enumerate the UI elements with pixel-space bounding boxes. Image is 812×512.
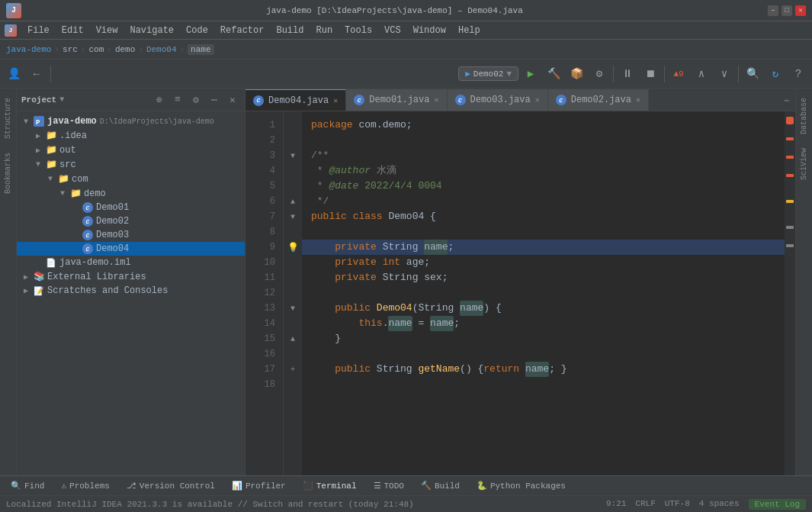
code-line-12[interactable] [302, 285, 785, 301]
code-line-7[interactable]: public class Demo04 { [302, 209, 785, 224]
tab-close-demo04[interactable]: ✕ [333, 96, 338, 105]
tree-item-idea[interactable]: ▶ 📁 .idea [17, 128, 245, 143]
tab-close-demo03[interactable]: ✕ [535, 95, 540, 105]
toolbar-up[interactable]: ∧ [691, 63, 712, 85]
gutter-bulb-9[interactable]: 💡 [285, 240, 300, 255]
todo-btn[interactable]: ☰ TODO [366, 479, 412, 492]
toolbar-down[interactable]: ∨ [714, 63, 735, 85]
error-stripe-top[interactable] [786, 113, 794, 128]
help-button[interactable]: ? [788, 63, 809, 85]
gutter-fold-13[interactable]: ▼ [285, 301, 300, 316]
sidebar-gear-btn[interactable]: ⚙ [188, 92, 204, 108]
tree-item-demo01[interactable]: ▶ C Demo01 [17, 201, 245, 214]
tree-item-src[interactable]: ▼ 📁 src [17, 157, 245, 172]
tab-close-demo01[interactable]: ✕ [434, 95, 438, 105]
menu-code[interactable]: Code [180, 24, 214, 37]
close-button[interactable]: ✕ [795, 5, 806, 16]
build-btn[interactable]: 🔨 Build [413, 479, 467, 492]
sidebar-more-btn[interactable]: ⋯ [207, 92, 222, 108]
update-button[interactable]: ↻ [765, 63, 786, 85]
build-button[interactable]: 🔨 [543, 63, 564, 85]
menu-tools[interactable]: Tools [339, 24, 378, 37]
code-line-6[interactable]: */ [302, 194, 785, 209]
menu-vcs[interactable]: VCS [378, 24, 407, 37]
code-line-9[interactable]: private String name; [302, 240, 785, 255]
tree-arrow-out[interactable]: ▶ [32, 146, 44, 155]
tree-arrow-com[interactable]: ▼ [44, 175, 56, 183]
tree-item-extlib[interactable]: ▶ 📚 External Libraries [17, 269, 245, 284]
code-line-4[interactable]: * @author 水滴 [302, 163, 785, 179]
statusbar-crlf[interactable]: CRLF [635, 499, 655, 510]
event-log-btn[interactable]: Event Log [749, 499, 806, 510]
menu-build[interactable]: Build [270, 24, 310, 37]
python-packages-btn[interactable]: 🐍 Python Packages [469, 479, 573, 492]
code-line-1[interactable]: package com.demo; [302, 118, 785, 133]
tab-demo03[interactable]: C Demo03.java ✕ [448, 89, 548, 111]
sidebar-hide-btn[interactable]: ✕ [225, 92, 240, 108]
code-line-2[interactable] [302, 133, 785, 148]
sidebar-locate-btn[interactable]: ⊕ [152, 92, 167, 108]
tree-arrow-scratches[interactable]: ▶ [20, 286, 32, 295]
menu-file[interactable]: File [21, 24, 56, 37]
tree-item-demo02[interactable]: ▶ C Demo02 [17, 214, 245, 228]
tab-demo04[interactable]: C Demo04.java ✕ [246, 89, 346, 111]
tree-arrow-demo[interactable]: ▼ [56, 189, 69, 198]
tree-item-demo04[interactable]: ▶ C Demo04 [17, 242, 245, 256]
terminal-btn[interactable]: ⬛ Terminal [295, 479, 364, 492]
structure-tab[interactable]: Structure [2, 92, 14, 145]
code-line-14[interactable]: this.name = name; [302, 316, 785, 331]
tree-arrow-root[interactable]: ▼ [20, 118, 32, 126]
maximize-button[interactable]: □ [782, 5, 792, 16]
code-line-3[interactable]: /** [302, 148, 785, 163]
minimize-button[interactable]: – [768, 5, 778, 16]
run-button[interactable]: ▶ [520, 63, 541, 85]
statusbar-indent[interactable]: 4 spaces [699, 499, 740, 510]
profiler-btn[interactable]: 📊 Profiler [224, 479, 294, 492]
tree-item-iml[interactable]: ▶ 📄 java-demo.iml [17, 256, 245, 269]
problems-btn[interactable]: ⚠ Problems [53, 479, 117, 492]
find-btn[interactable]: 🔍 Find [3, 479, 52, 492]
code-line-5[interactable]: * @date 2022/4/4 0004 [302, 179, 785, 194]
error-indicator[interactable]: ▲ 9 [668, 63, 689, 85]
database-tab[interactable]: Database [798, 92, 810, 140]
menu-run[interactable]: Run [310, 24, 339, 37]
menu-navigate[interactable]: Navigate [124, 24, 180, 37]
tabs-more-button[interactable]: ⋯ [778, 89, 795, 111]
tree-item-out[interactable]: ▶ 📁 out [17, 143, 245, 157]
bookmarks-tab[interactable]: Bookmarks [2, 147, 14, 200]
tab-demo01[interactable]: C Demo01.java ✕ [346, 89, 447, 111]
bc-class[interactable]: Demo04 [146, 45, 177, 54]
run-configuration-selector[interactable]: ▶ Demo02 ▼ [458, 66, 518, 81]
search-button[interactable]: 🔍 [742, 63, 763, 85]
bc-project[interactable]: java-demo [6, 45, 51, 54]
code-line-8[interactable] [302, 224, 785, 240]
code-line-10[interactable]: private int age; [302, 255, 785, 270]
code-line-11[interactable]: private String sex; [302, 270, 785, 285]
tree-arrow-idea[interactable]: ▶ [32, 131, 44, 140]
statusbar-charset[interactable]: UTF-8 [665, 499, 690, 510]
tree-item-scratches[interactable]: ▶ 📝 Scratches and Consoles [17, 284, 245, 298]
statusbar-line-col[interactable]: 9:21 [606, 499, 626, 510]
tab-demo02[interactable]: C Demo02.java ✕ [548, 89, 649, 111]
toolbar-back[interactable]: ← [26, 63, 47, 85]
code-editor[interactable]: 1 2 3 4 5 6 7 8 9 10 11 12 13 14 15 16 1… [246, 111, 795, 475]
code-line-17[interactable]: public String getName() { return name; } [302, 362, 785, 377]
menu-window[interactable]: Window [407, 24, 452, 37]
menu-edit[interactable]: Edit [56, 24, 90, 37]
tree-item-demo[interactable]: ▼ 📁 demo [17, 186, 245, 201]
tree-arrow-extlib[interactable]: ▶ [20, 272, 32, 282]
toolbar-btn5[interactable]: ⏸ [617, 63, 638, 85]
code-line-18[interactable] [302, 377, 785, 392]
tree-arrow-src[interactable]: ▼ [32, 160, 44, 169]
bc-field[interactable]: name [188, 44, 213, 55]
toolbar-search-everywhere[interactable]: 👤 [3, 63, 24, 85]
toolbar-btn6[interactable]: ⏹ [640, 63, 661, 85]
code-line-15[interactable]: } [302, 331, 785, 346]
code-content[interactable]: package com.demo; /** * @author 水滴 * @da… [302, 111, 785, 475]
menu-help[interactable]: Help [452, 24, 486, 37]
tree-item-demo03[interactable]: ▶ C Demo03 [17, 228, 245, 242]
sciview-tab[interactable]: SciView [798, 142, 810, 186]
toolbar-btn3[interactable]: 📦 [566, 63, 587, 85]
tab-close-demo02[interactable]: ✕ [636, 95, 640, 105]
gutter-fold-17[interactable]: + [285, 362, 300, 377]
